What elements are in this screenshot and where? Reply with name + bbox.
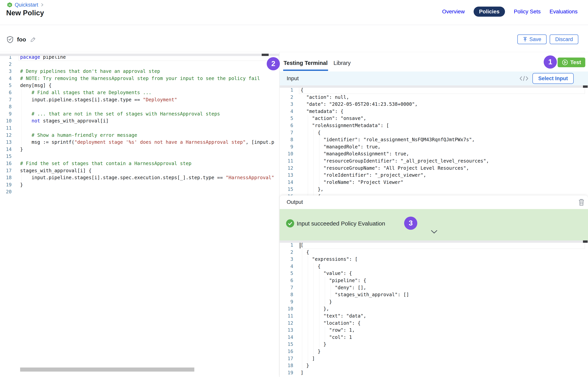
code-line[interactable]: 5deny[msg] { (0, 82, 279, 89)
edit-pencil-icon[interactable] (30, 36, 36, 43)
upload-arrow-icon (523, 37, 527, 42)
page-title: New Policy (6, 9, 44, 17)
code-line[interactable]: 2 (0, 61, 279, 68)
code-line[interactable]: 6 "roleAssignmentMetadata": [ (280, 122, 588, 129)
code-line[interactable]: 5 "value": { (280, 270, 588, 277)
code-line[interactable]: 4 "metadata": { (280, 108, 588, 115)
output-title: Output (287, 199, 303, 205)
code-line[interactable]: 13 msg := sprintf("deployment stage '%s'… (0, 139, 279, 146)
code-line[interactable]: 4# NOTE: Try removing the HarnessApprova… (0, 75, 279, 82)
code-line[interactable]: 9 "managedRole": true, (280, 143, 588, 151)
code-line[interactable]: 12 # Show a human-friendly error message (0, 132, 279, 139)
play-icon (562, 59, 568, 65)
code-line[interactable]: 12 "resourceGroupName": "All Project Lev… (280, 165, 588, 172)
evaluation-status-banner: Input succeeded Policy Evaluation (280, 209, 588, 240)
chevron-down-icon[interactable] (430, 230, 438, 234)
code-line[interactable]: 12 "location": { (280, 320, 588, 327)
trash-icon[interactable] (578, 199, 585, 206)
code-line[interactable]: 17stages_with_approval[i] { (0, 167, 279, 174)
code-line[interactable]: 2 "action": null, (280, 94, 588, 101)
code-icon[interactable] (520, 75, 528, 82)
nav-overview[interactable]: Overview (442, 9, 465, 15)
select-input-label: Select Input (538, 76, 568, 82)
editor-scroll-thumb[interactable] (262, 54, 269, 56)
select-input-button[interactable]: Select Input (532, 73, 574, 84)
annotation-badge-1: 1 (544, 55, 557, 69)
policy-code-editor[interactable]: 1package pipeline23# Deny pipelines that… (0, 52, 280, 377)
code-line[interactable]: 4 { (280, 263, 588, 270)
code-line[interactable]: 10 }, (280, 305, 588, 312)
save-label: Save (529, 36, 541, 42)
code-line[interactable]: 3# Deny pipelines that don't have an app… (0, 68, 279, 75)
output-editor[interactable]: 1[2 {3 "expressions": [4 {5 "value": {6 … (280, 240, 588, 377)
code-line[interactable]: 17 ] (280, 355, 588, 362)
code-line[interactable]: 9 # ... that are not in the set of stage… (0, 110, 279, 118)
input-title: Input (287, 75, 299, 82)
code-line[interactable]: 14} (0, 146, 279, 153)
code-line[interactable]: 6 # Find all stages that are Deployments… (0, 89, 279, 96)
nav-evaluations[interactable]: Evaluations (550, 9, 577, 15)
save-button[interactable]: Save (517, 35, 547, 44)
code-line[interactable]: 5 "action": "onsave", (280, 115, 588, 122)
project-logo-icon: ∞ (7, 2, 12, 8)
code-line[interactable]: 2 { (280, 249, 588, 256)
code-line[interactable]: 7 { (280, 129, 588, 136)
input-section-header: Input Select Input (280, 71, 588, 85)
input-scroll-thumb[interactable] (583, 85, 588, 88)
testing-panel: Testing Terminal Library Test Input Sele… (280, 52, 588, 377)
code-line[interactable]: 15 } (280, 341, 588, 348)
code-line[interactable]: 7 input.pipeline.stages[i].stage.type ==… (0, 96, 279, 104)
code-line[interactable]: 19} (0, 181, 279, 188)
code-line[interactable]: 18 input.pipeline.stages[i].stage.spec.e… (0, 174, 279, 181)
code-line[interactable]: 19] (280, 369, 588, 377)
code-line[interactable]: 13 "roleIdentifier": "_project_viewer", (280, 172, 588, 179)
code-line[interactable]: 14 "col": 1 (280, 334, 588, 341)
top-nav: Overview Policies Policy Sets Evaluation… (442, 7, 577, 17)
code-line[interactable]: 16 { (280, 193, 588, 195)
code-line[interactable]: 11 "text": "data", (280, 312, 588, 320)
input-scroll-track (280, 85, 588, 88)
test-label: Test (570, 59, 581, 65)
code-line[interactable]: 9 } (280, 298, 588, 306)
editor-scroll-track[interactable] (0, 54, 280, 56)
svg-text:∞: ∞ (8, 3, 11, 7)
code-line[interactable]: 10 "managedRoleAssignment": true, (280, 150, 588, 157)
code-line[interactable]: 15 (0, 153, 279, 160)
main-content: 1package pipeline23# Deny pipelines that… (0, 52, 588, 377)
breadcrumb-link[interactable]: Quickstart (15, 2, 38, 8)
success-check-icon (286, 219, 294, 228)
code-line[interactable]: 3 "date": "2022-05-05T20:41:23.538+0000"… (280, 101, 588, 108)
code-line[interactable]: 11 "resourceGroupIdentifier": "_all_proj… (280, 157, 588, 165)
output-section-header: Output (280, 195, 588, 209)
horizontal-scrollbar[interactable] (20, 367, 194, 372)
active-tab-underline (283, 70, 328, 71)
tab-testing-terminal[interactable]: Testing Terminal (283, 60, 328, 66)
output-scroll-thumb[interactable] (583, 240, 588, 243)
chevron-right-icon (41, 2, 44, 7)
code-line[interactable]: 18 } (280, 362, 588, 369)
annotation-badge-2: 2 (267, 57, 280, 70)
code-line[interactable]: 10 not stages_with_approval[i] (0, 118, 279, 125)
output-card: Output Input succeeded Policy Evaluation… (280, 195, 588, 377)
code-line[interactable]: 15 }, (280, 186, 588, 193)
code-line[interactable]: 3 "expressions": [ (280, 256, 588, 263)
nav-policies[interactable]: Policies (474, 7, 505, 17)
discard-button[interactable]: Discard (550, 35, 578, 44)
discard-label: Discard (555, 36, 573, 42)
code-line[interactable]: 8 "stages_with_approval": [] (280, 291, 588, 298)
nav-policy-sets[interactable]: Policy Sets (514, 9, 541, 15)
code-line[interactable]: 13 "row": 1, (280, 327, 588, 334)
code-line[interactable]: 16 } (280, 348, 588, 355)
code-line[interactable]: 20 (0, 188, 279, 195)
code-line[interactable]: 6 "pipeline": { (280, 277, 588, 284)
input-editor[interactable]: 1{2 "action": null,3 "date": "2022-05-05… (280, 85, 588, 195)
test-button[interactable]: Test (558, 58, 586, 67)
code-line[interactable]: 11 (0, 125, 279, 132)
code-line[interactable]: 7 "deny": [], (280, 284, 588, 291)
code-line[interactable]: 16# Find the set of stages that contain … (0, 160, 279, 167)
policy-shield-icon (7, 36, 13, 43)
code-line[interactable]: 8 "identifier": "role_assignment_NsFQM43… (280, 136, 588, 143)
code-line[interactable]: 8 (0, 103, 279, 110)
code-line[interactable]: 14 "roleName": "Project Viewer" (280, 179, 588, 186)
tab-library[interactable]: Library (333, 60, 351, 66)
